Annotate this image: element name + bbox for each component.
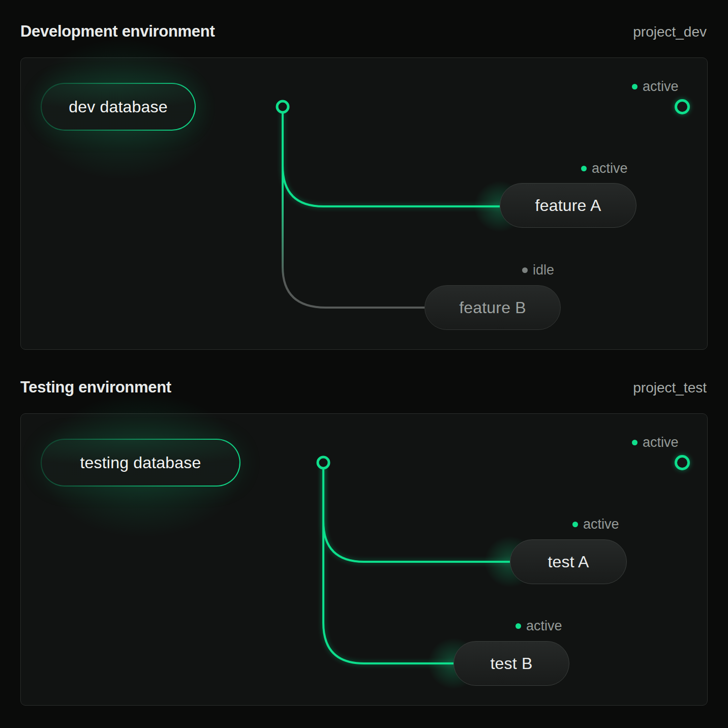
test-a-label: test A: [548, 553, 589, 571]
status-label: idle: [533, 262, 554, 278]
feature-a-label: feature A: [535, 196, 601, 215]
feature-a-status-badge: active: [581, 161, 628, 176]
status-dot-icon: [522, 267, 528, 273]
status-dot-icon: [632, 84, 638, 89]
test-main-status-badge: active: [632, 435, 679, 450]
test-database-node-inner: testing database: [42, 440, 239, 486]
test-database-label: testing database: [80, 453, 201, 472]
feature-a-node[interactable]: feature A: [500, 183, 636, 228]
dev-database-node-inner: dev database: [42, 84, 195, 130]
status-label: active: [526, 618, 562, 634]
status-dot-icon: [632, 440, 638, 445]
dev-database-node[interactable]: dev database: [41, 83, 196, 131]
test-b-node[interactable]: test B: [453, 641, 569, 686]
status-label: active: [583, 517, 619, 532]
status-dot-icon: [581, 166, 587, 171]
test-environment-title: Testing environment: [20, 378, 171, 397]
test-b-status-badge: active: [515, 618, 562, 634]
test-project-id: project_test: [633, 380, 707, 396]
test-database-node[interactable]: testing database: [41, 439, 240, 487]
dev-environment-title: Development environment: [20, 22, 215, 41]
status-dot-icon: [572, 522, 578, 527]
status-label: active: [643, 79, 679, 95]
test-b-label: test B: [490, 654, 532, 673]
feature-b-label: feature B: [459, 298, 526, 317]
status-label: active: [643, 435, 679, 450]
feature-b-status-badge: idle: [522, 262, 554, 278]
test-a-status-badge: active: [572, 517, 619, 532]
status-label: active: [592, 161, 628, 176]
dev-main-status-badge: active: [632, 79, 679, 95]
status-dot-icon: [515, 623, 521, 629]
feature-b-node[interactable]: feature B: [424, 285, 561, 330]
dev-database-label: dev database: [69, 98, 168, 116]
branching-diagram: Development environment project_dev Test…: [0, 0, 728, 728]
dev-project-id: project_dev: [633, 24, 707, 40]
test-a-node[interactable]: test A: [510, 539, 627, 584]
